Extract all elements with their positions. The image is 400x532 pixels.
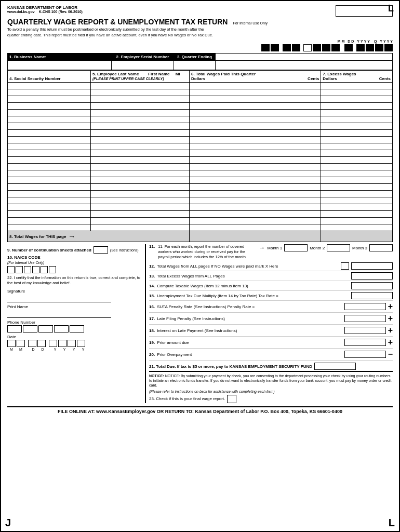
internal-use-label: For Internal Use Only <box>233 21 268 25</box>
line-15-num: 15. <box>149 294 155 298</box>
line-12-label: Total Wages from ALL pages If NO Wages w… <box>157 264 339 269</box>
check-final-box[interactable] <box>227 395 236 403</box>
line-16: 16. SUTA Penalty Rate (See Instructions)… <box>149 302 393 313</box>
table-row[interactable] <box>8 157 393 164</box>
line-21-value[interactable] <box>314 363 356 370</box>
line-19-value[interactable] <box>344 339 386 346</box>
corner-bottom-right: L <box>389 517 395 529</box>
header-right-input[interactable] <box>216 61 393 70</box>
footer: FILE ONLINE AT: www.KansasEmployer.gov O… <box>7 406 393 414</box>
agency-name: KANSAS DEPARTMENT OF LABOR <box>7 5 83 10</box>
total-wages-dollars[interactable] <box>190 231 321 242</box>
corner-top-right: L <box>388 3 394 14</box>
line-13-value[interactable] <box>351 272 393 280</box>
date-field-6[interactable] <box>58 340 66 347</box>
phone-box-1[interactable] <box>7 325 22 332</box>
date-field-3[interactable] <box>28 340 36 347</box>
line-15-value[interactable] <box>351 292 393 299</box>
internal-use-box <box>336 5 393 17</box>
date-field-4[interactable] <box>37 340 46 347</box>
table-row[interactable] <box>8 164 393 170</box>
table-row[interactable] <box>8 89 393 96</box>
phone-box-5[interactable] <box>70 325 84 332</box>
form-title: QUARTERLY WAGE REPORT & UNEMPLOYMENT TAX… <box>7 18 228 26</box>
table-row[interactable] <box>8 211 393 218</box>
phone-box-4[interactable] <box>54 325 69 332</box>
business-name-header: 1. Business Name: <box>8 54 112 61</box>
line-21: 21. Total Due. If tax is $5 or more, pay… <box>149 362 393 372</box>
table-row[interactable] <box>8 204 393 211</box>
table-row[interactable] <box>8 96 393 103</box>
table-row[interactable] <box>8 197 393 204</box>
signature-row: Signature <box>7 289 143 302</box>
line-17-value[interactable] <box>344 315 386 322</box>
business-name-input[interactable] <box>8 61 112 70</box>
month3-input[interactable] <box>369 244 393 251</box>
table-row[interactable] <box>8 177 393 184</box>
line-18-value[interactable] <box>344 327 386 334</box>
naics-box-2[interactable] <box>16 266 23 273</box>
employer-serial-input[interactable] <box>112 61 174 70</box>
phone-box-2[interactable] <box>23 325 37 332</box>
table-row[interactable] <box>8 130 393 137</box>
line-14-value[interactable] <box>351 282 393 289</box>
table-row[interactable] <box>8 143 393 150</box>
line-20: 20. Prior Overpayment − <box>149 350 393 361</box>
continuation-sheets-input[interactable] <box>94 246 108 254</box>
line-16-label: SUTA Penalty Rate (See Instructions) Pen… <box>157 304 342 309</box>
line-15: 15. Unemployment Tax Due Multiply (Item … <box>149 292 393 301</box>
table-row[interactable] <box>8 170 393 177</box>
subtitle: To avoid a penalty this return must be p… <box>7 27 393 38</box>
table-row[interactable] <box>8 218 393 224</box>
table-row[interactable] <box>8 191 393 197</box>
line-12-value[interactable] <box>351 262 393 270</box>
print-name-field[interactable] <box>7 310 111 318</box>
wage-table: 4. Social Security Number 5. Employee La… <box>7 70 393 242</box>
line-17: 17. Late Filing Penalty (See Instruction… <box>149 314 393 325</box>
table-row[interactable] <box>8 116 393 123</box>
table-row[interactable] <box>8 123 393 130</box>
table-row[interactable] <box>8 184 393 191</box>
line-17-num: 17. <box>149 316 155 321</box>
main-header-table: 1. Business Name: 2. Employer Serial Num… <box>7 53 393 70</box>
date-field-1[interactable] <box>7 340 16 347</box>
total-wages-excess[interactable] <box>321 231 393 242</box>
plus-18: + <box>388 326 393 335</box>
employer-serial-header: 2. Employer Serial Number <box>112 54 174 61</box>
date-field-8[interactable] <box>77 340 85 347</box>
naics-box-5[interactable] <box>41 266 48 273</box>
month2-input[interactable] <box>327 244 350 251</box>
table-row[interactable] <box>8 103 393 110</box>
header-empty <box>216 54 393 61</box>
table-row[interactable] <box>8 224 393 231</box>
total-wages-label: 8. Total Wages for THIS page <box>9 234 66 239</box>
line-20-value[interactable] <box>344 351 386 358</box>
table-row[interactable] <box>8 137 393 143</box>
month-instruction-row: 11. 11. For each month, report the numbe… <box>149 244 393 259</box>
line-18: 18. Interest on Late Payment (See Instru… <box>149 326 393 337</box>
signature-field[interactable] <box>7 294 111 302</box>
date-field-5[interactable] <box>49 340 57 347</box>
total-wages-row: 8. Total Wages for THIS page → <box>8 231 393 242</box>
line-13: 13. Total Excess Wages from ALL Pages <box>149 272 393 281</box>
date-boxes-row <box>7 44 393 51</box>
phone-box-3[interactable] <box>38 325 53 332</box>
excess-col-header: 7. Excess Wages Dollars Cents <box>321 71 393 83</box>
num-continuation-row: 9. Number of continuation sheets attache… <box>7 246 143 254</box>
month1-input[interactable] <box>284 244 308 251</box>
line-20-label: Prior Overpayment <box>157 352 342 357</box>
form-number: K-CNS 100 (Rev. 06-2010) <box>39 10 83 14</box>
corner-bottom-left: J <box>5 517 11 529</box>
quarter-ending-input[interactable] <box>174 61 216 70</box>
line-12-checkbox[interactable] <box>341 262 349 270</box>
date-field-2[interactable] <box>17 340 25 347</box>
table-row[interactable] <box>8 83 393 89</box>
naics-box-4[interactable] <box>32 266 39 273</box>
naics-box-1[interactable] <box>7 266 15 273</box>
table-row[interactable] <box>8 150 393 157</box>
naics-box-3[interactable] <box>24 266 31 273</box>
line-16-value[interactable] <box>344 303 386 310</box>
naics-box-6[interactable] <box>49 266 56 273</box>
table-row[interactable] <box>8 110 393 116</box>
date-field-7[interactable] <box>68 340 76 347</box>
